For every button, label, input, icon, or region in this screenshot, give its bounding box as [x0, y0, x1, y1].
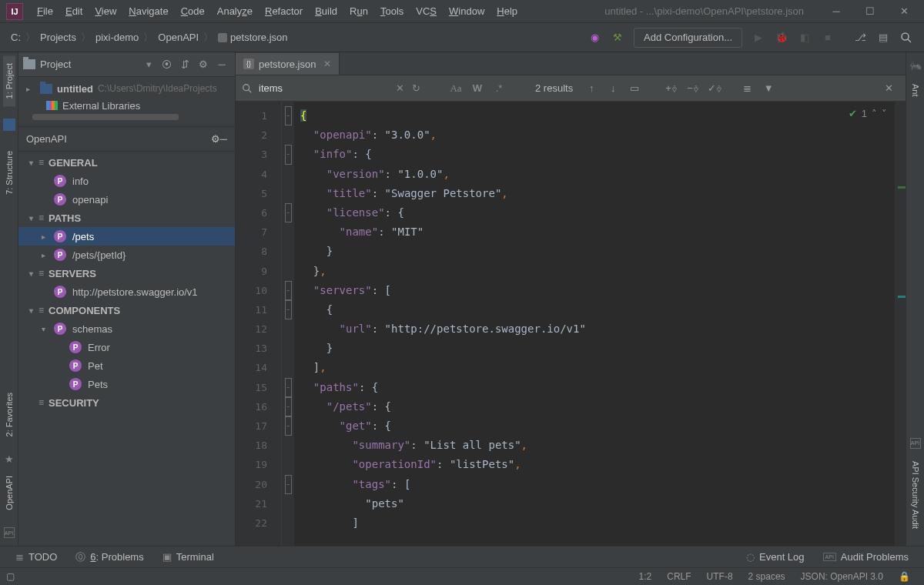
gear-icon[interactable]: ⚙: [195, 56, 212, 73]
horizontal-scrollbar[interactable]: [32, 114, 179, 120]
schema-pet[interactable]: PPet: [18, 356, 235, 375]
debug-icon[interactable]: 🐞: [771, 27, 792, 48]
coverage-icon[interactable]: ◧: [794, 27, 815, 48]
file-encoding[interactable]: UTF-8: [699, 571, 741, 582]
code-editor[interactable]: 12345678910111213141516171819202122 −−−−…: [236, 102, 906, 546]
breadcrumb-file[interactable]: petstore.json: [213, 30, 292, 45]
bottom-tool-stripe: ≣TODO ⓪6: Problems ▣Terminal ◌Event Log …: [0, 546, 924, 567]
expand-all-icon[interactable]: ⇵: [176, 56, 193, 73]
favorites-toolwindow-tab[interactable]: 2: Favorites: [3, 385, 15, 444]
menu-analyze[interactable]: Analyze: [211, 2, 259, 20]
match-case-icon[interactable]: Aa: [446, 79, 466, 98]
external-libraries[interactable]: External Libraries: [18, 97, 235, 114]
group-paths[interactable]: ▾≡PATHS: [18, 209, 235, 227]
item-pets[interactable]: ▸P/pets: [18, 227, 235, 246]
plugin-icon[interactable]: ◉: [584, 27, 605, 48]
chevron-up-icon[interactable]: ˄: [872, 108, 877, 119]
item-openapi[interactable]: Popenapi: [18, 190, 235, 209]
menu-code[interactable]: Code: [175, 2, 211, 20]
project-root[interactable]: ▸ untitled C:\Users\Dmitry\IdeaProjects: [18, 80, 235, 97]
hide-icon[interactable]: ─: [213, 56, 230, 73]
add-configuration-button[interactable]: Add Configuration...: [634, 28, 742, 48]
inspection-indicator[interactable]: ✔ 1 ˄ ˅: [849, 108, 887, 119]
regex-icon[interactable]: .*: [489, 79, 509, 98]
project-toolwindow-tab[interactable]: 1: Project: [3, 55, 15, 106]
add-selection-icon[interactable]: +⎀: [661, 79, 682, 98]
words-icon[interactable]: W: [467, 79, 487, 98]
remove-selection-icon[interactable]: −⎀: [682, 79, 704, 98]
menu-vcs[interactable]: VCS: [410, 2, 443, 20]
indent-setting[interactable]: 2 spaces: [741, 571, 793, 582]
history-icon[interactable]: ↻: [406, 79, 426, 98]
project-tree[interactable]: ▸ untitled C:\Users\Dmitry\IdeaProjects …: [18, 77, 235, 127]
item-server[interactable]: Phttp://petstore.swagger.io/v1: [18, 282, 235, 301]
terminal-tab[interactable]: ▣Terminal: [153, 547, 223, 567]
hammer-icon[interactable]: ⚒: [607, 27, 628, 48]
menu-window[interactable]: Window: [443, 2, 490, 20]
filter-icon[interactable]: ▼: [758, 79, 779, 98]
group-servers[interactable]: ▾≡SERVERS: [18, 264, 235, 282]
caret-position[interactable]: 1:2: [631, 571, 660, 582]
breadcrumb-root[interactable]: C:: [6, 30, 25, 45]
locate-icon[interactable]: ⦿: [158, 56, 175, 73]
group-security[interactable]: ▾≡SECURITY: [18, 393, 235, 412]
menu-navigate[interactable]: Navigate: [122, 2, 174, 20]
vcs-icon[interactable]: ⎇: [849, 27, 871, 48]
breadcrumb-item[interactable]: pixi-demo: [91, 30, 143, 45]
audit-problems-tab[interactable]: APIAudit Problems: [814, 547, 918, 567]
maximize-button[interactable]: ☐: [853, 1, 887, 22]
select-occurrences-icon[interactable]: ✓⎀: [704, 79, 725, 98]
file-language[interactable]: JSON: OpenAPI 3.0: [793, 571, 891, 582]
library-icon: [46, 101, 58, 110]
item-info[interactable]: Pinfo: [18, 172, 235, 190]
lock-icon[interactable]: 🔒: [891, 571, 918, 582]
ant-toolwindow-tab[interactable]: Ant: [909, 76, 922, 105]
gear-icon[interactable]: ⚙: [211, 133, 220, 145]
todo-tab[interactable]: ≣TODO: [6, 547, 66, 567]
menu-tools[interactable]: Tools: [374, 2, 410, 20]
next-match-icon[interactable]: ↓: [602, 79, 624, 98]
search-icon: [242, 83, 253, 94]
api-security-tab[interactable]: API Security Audit: [909, 453, 922, 537]
close-tab-icon[interactable]: ✕: [323, 58, 331, 69]
close-findbar-icon[interactable]: ✕: [878, 79, 899, 98]
settings-icon[interactable]: ≣: [736, 79, 758, 98]
prev-match-icon[interactable]: ↑: [581, 79, 602, 98]
item-pets-id[interactable]: ▸P/pets/{petId}: [18, 246, 235, 264]
group-components[interactable]: ▾≡COMPONENTS: [18, 301, 235, 319]
schema-pets[interactable]: PPets: [18, 375, 235, 393]
find-input[interactable]: [259, 82, 390, 94]
menu-view[interactable]: View: [89, 2, 122, 20]
menu-build[interactable]: Build: [309, 2, 343, 20]
group-general[interactable]: ▾≡GENERAL: [18, 153, 235, 172]
chevron-down-icon[interactable]: ˅: [882, 108, 887, 119]
minimize-button[interactable]: ─: [819, 1, 853, 22]
problems-tab[interactable]: ⓪6: Problems: [66, 547, 152, 567]
line-separator[interactable]: CRLF: [659, 571, 698, 582]
menu-run[interactable]: Run: [343, 2, 374, 20]
schema-error[interactable]: PError: [18, 338, 235, 356]
fold-gutter[interactable]: −−−−−−−−−: [282, 102, 294, 546]
menu-refactor[interactable]: Refactor: [259, 2, 309, 20]
stop-icon[interactable]: ■: [817, 27, 839, 48]
run-icon[interactable]: ▶: [748, 27, 769, 48]
menu-edit[interactable]: Edit: [59, 2, 89, 20]
menu-file[interactable]: File: [31, 2, 59, 20]
select-all-icon[interactable]: ▭: [624, 79, 645, 98]
breadcrumb-item[interactable]: OpenAPI: [153, 30, 203, 45]
structure-toolwindow-tab[interactable]: 7: Structure: [3, 143, 15, 202]
hide-icon[interactable]: ─: [220, 133, 227, 145]
close-window-button[interactable]: ✕: [887, 1, 921, 22]
clear-search-icon[interactable]: ✕: [396, 82, 404, 94]
search-everywhere-icon[interactable]: [896, 27, 917, 48]
menu-help[interactable]: Help: [490, 2, 524, 20]
statusbar-icon[interactable]: ▢: [6, 571, 15, 582]
event-log-tab[interactable]: ◌Event Log: [737, 547, 814, 567]
openapi-toolwindow-tab[interactable]: OpenAPI: [3, 468, 15, 518]
item-schemas[interactable]: ▾Pschemas: [18, 319, 235, 338]
breadcrumb-item[interactable]: Projects: [35, 30, 81, 45]
structure-icon[interactable]: ▤: [872, 27, 894, 48]
error-stripe[interactable]: [895, 102, 906, 546]
property-icon: P: [54, 286, 66, 298]
editor-tab[interactable]: {} petstore.json ✕: [236, 53, 340, 75]
